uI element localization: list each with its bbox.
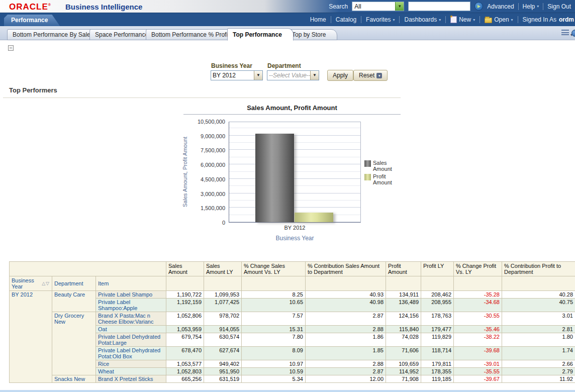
nav-favorites[interactable]: Favorites▾ [366,16,395,23]
business-year-select[interactable]: BY 2012 ▼ [211,70,263,80]
dimension-header-row: △▽ Business Year Department Item [10,276,575,291]
col-header-business-year[interactable]: △▽ Business Year [10,276,52,291]
top-banner: ORACLE® Business Intelligence Search All… [0,0,575,13]
signed-in-as: Signed In Asordm [523,16,574,23]
y-tick: 4,500,000 [177,176,225,182]
new-document-icon [450,16,457,23]
nav-catalog[interactable]: Catalog [336,16,356,23]
bar-sales-amount[interactable] [255,134,294,222]
table-row: Snacks New Brand X Pretzel Sticks 665,25… [10,375,575,383]
chevron-down-icon: ▾ [511,18,513,22]
nav-home[interactable]: Home [310,16,326,23]
dropdown-arrow-icon[interactable]: ▼ [254,71,262,80]
signed-in-user: ordm [559,16,574,23]
y-tick: 0 [177,220,225,226]
col-header-item[interactable]: Item [96,276,166,291]
product-title: Business Intelligence [65,3,142,11]
legend-swatch-profit-icon [364,174,371,180]
y-tick: 1,500,000 [177,205,225,211]
sign-out-link[interactable]: Sign Out [547,3,571,10]
advanced-link[interactable]: Advanced [487,3,514,10]
cell-sales: 1,190,722 [166,291,204,299]
cell-business-year[interactable]: BY 2012 [10,291,52,383]
nav-open[interactable]: Open▾ [485,16,513,23]
department-select[interactable]: --Select Value-- ▼ [267,70,319,80]
separator [361,16,361,23]
nav-new[interactable]: New▾ [450,16,475,23]
clipped-round-icon [571,30,575,37]
chart-title: Sales Amount, Profit Amount [183,104,401,112]
cell-item[interactable]: Brand X Pasta:Mac n Cheese Elbow:Varianc [96,312,166,326]
cell-profit-ly: 208,462 [421,291,454,299]
nav-dashboards[interactable]: Dashboards▾ [404,16,441,23]
reset-button[interactable]: Reset▾ [353,70,388,81]
separator [543,3,543,10]
reset-dropdown-icon[interactable]: ▾ [376,73,382,78]
cell-department[interactable]: Snacks New [52,375,96,383]
col-header-pct-change-profit: % Change Profit Vs. LY [454,262,502,276]
col-header-pct-contribution-sales: % Contribution Sales Amount to Departmen… [306,262,386,276]
separator [518,16,518,23]
separator [480,16,480,23]
cell-chg-profit: -35.28 [454,291,502,299]
cell-department[interactable]: Beauty Care [52,291,96,312]
y-tick: 6,000,000 [177,162,225,168]
col-header-department[interactable]: Department [52,276,96,291]
chart-title-divider [183,114,401,115]
department-label: Department [267,62,301,69]
cell-item[interactable]: Private Label Shampoo:Apple [96,299,166,312]
chevron-down-icon: ▾ [473,18,475,22]
section-divider [3,97,401,98]
col-header-pct-change-sales: % Change Sales Amount Vs. LY [242,262,306,276]
col-header-pct-contribution-profit: % Contribution Profit to Department [502,262,575,276]
cell-item[interactable]: Private Label Dehydrated Potat:Old Box [96,347,166,360]
cell-item[interactable]: Rice [96,360,166,368]
page-tabstrip: Bottom Performance By Sales Space Perfor… [0,26,575,40]
col-header-sales-amount: Sales Amount [166,262,204,276]
col-header-profit-amount: Profit Amount [386,262,421,276]
cell-item[interactable]: Private Label Shampo [96,291,166,299]
y-axis-title: Sales Amount, Profit Amount [182,127,189,217]
x-axis-title: Business Year [229,235,361,242]
cell-department[interactable]: Dry Grocery New [52,312,96,375]
cell-item[interactable]: Brand X Pretzel Sticks [96,375,166,383]
open-folder-icon [485,18,492,23]
search-scope-dropdown-icon[interactable]: ▼ [395,2,404,11]
search-label: Search [329,3,348,10]
y-tick: 7,500,000 [177,147,225,153]
sort-icons[interactable]: △▽ [42,280,50,286]
tab-bottom-performance-pct-profit[interactable]: Bottom Performance % Profit [146,29,241,40]
business-year-label: Business Year [211,62,252,69]
separator [445,16,446,23]
sort-descending-icon: ▽ [46,281,50,286]
apply-button[interactable]: Apply [327,70,353,81]
cell-contrib-sales: 40.93 [306,291,386,299]
cell-item[interactable]: Private Label Dehydrated Potat:Large [96,333,166,347]
bar-profit-amount[interactable] [295,213,333,222]
table-row: BY 2012 Beauty Care Private Label Shampo… [10,291,575,299]
collapse-section-button[interactable]: − [8,45,14,51]
separator [331,16,331,23]
section-title: Top Performers [9,86,57,94]
search-input[interactable] [408,2,470,11]
y-tick: 10,500,000 [177,119,225,125]
search-go-button[interactable]: ▶ [474,2,483,11]
legend-entry-profit: Profit Amount [364,173,399,185]
dashboard-tab-performance[interactable]: Performance [4,15,60,26]
cell-item[interactable]: Oat [96,326,166,333]
oracle-logo: ORACLE® [9,2,51,12]
chevron-down-icon: ▾ [439,18,441,22]
col-header-sales-amount-ly: Sales Amount LY [204,262,242,276]
search-scope-select[interactable]: All ▼ [352,2,404,11]
measure-header-row: Sales Amount Sales Amount LY % Change Sa… [10,262,575,276]
dropdown-arrow-icon[interactable]: ▼ [310,71,319,80]
global-navbar: Performance Home Catalog Favorites▾ Dash… [0,13,575,26]
page-options-icon[interactable] [561,30,569,35]
empty-header-cell [10,262,166,276]
help-menu[interactable]: Help▾ [523,3,539,10]
tab-top-performance[interactable]: Top Performance [227,28,294,41]
chart-plot-area [229,122,361,223]
cell-contrib-profit: 40.28 [502,291,575,299]
cell-item[interactable]: Wheat [96,368,166,375]
tab-top-by-store[interactable]: Top by Store [286,29,337,40]
